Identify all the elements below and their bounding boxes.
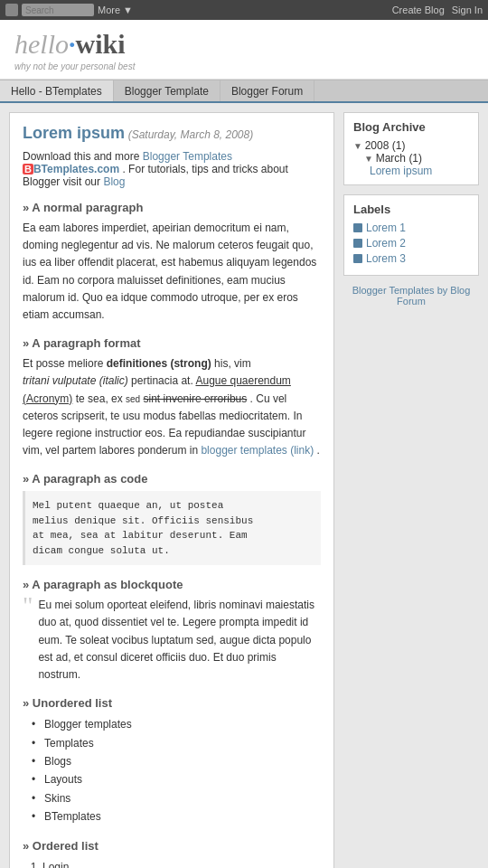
logo-hello: hello (14, 29, 69, 60)
archive-month: ▼ March (1) (353, 152, 469, 165)
format-end: . (317, 444, 320, 457)
nav-hello-btemplates[interactable]: Hello - BTemplates (0, 80, 114, 101)
top-bar-right: Create Blog Sign In (392, 5, 483, 15)
blockquote-mark: " (23, 593, 33, 684)
archive-post[interactable]: Lorem ipsum (353, 165, 469, 177)
archive-month-triangle: ▼ (364, 154, 376, 164)
format-prefix: Et posse meliore (23, 357, 103, 370)
list-item: Login (42, 858, 321, 868)
section-blockquote-heading: A paragraph as blockquote (23, 578, 321, 591)
logo-area: hello · wiki why not be your personal be… (14, 29, 474, 71)
blog-link[interactable]: Blog (103, 175, 125, 188)
label-item-1[interactable]: Lorem 2 (353, 237, 469, 250)
code-block: Mel putent quaeque an, ut postea melius … (23, 491, 321, 565)
labels-title: Labels (353, 203, 469, 216)
top-bar-left: More ▼ (5, 4, 133, 16)
italic-suffix-text: pertinacia at. (131, 374, 193, 387)
blogger-templates-footer-link[interactable]: Blogger Templates (352, 285, 435, 296)
logo-subtitle: why not be your personal best (14, 61, 135, 71)
label-icon-0 (353, 223, 362, 232)
archive-year-triangle: ▼ (353, 141, 365, 151)
archive-month-label[interactable]: March (376, 152, 406, 165)
underline-suffix: te sea, ex (76, 392, 123, 405)
logo-wiki: wiki (76, 29, 126, 60)
italic-suffix: pertinacia at. (131, 374, 193, 387)
sign-in-link[interactable]: Sign In (452, 5, 483, 15)
by-text: by (437, 285, 448, 296)
blogger-icon (5, 4, 18, 16)
blogger-templates-inline-link[interactable]: blogger templates (link) (201, 444, 314, 457)
label-text-2: Lorem 3 (366, 252, 406, 265)
list-item: Layouts (32, 770, 321, 788)
post-meta: Lorem ipsum (Saturday, March 8, 2008) (23, 124, 321, 143)
site-header: hello · wiki why not be your personal be… (0, 20, 488, 80)
strike-text: sint invenire erroribus (144, 392, 248, 405)
post-download: Download this and more Blogger Templates… (23, 150, 321, 188)
post-content: Lorem ipsum (Saturday, March 8, 2008) Do… (9, 112, 334, 868)
navbar: Hello - BTemplates Blogger Template Blog… (0, 80, 488, 103)
sidebar: Blog Archive ▼ 2008 (1) ▼ March (1) Lore… (343, 112, 479, 868)
btemplates-name: BTemplates (33, 163, 94, 175)
download-prefix: Download this and more (23, 150, 139, 163)
btemplates-com: .com (94, 163, 119, 175)
section-normal-heading: A normal paragraph (23, 201, 321, 214)
label-item-0[interactable]: Lorem 1 (353, 222, 469, 234)
archive-year: ▼ 2008 (1) (353, 139, 469, 152)
section-code-heading: A paragraph as code (23, 472, 321, 486)
search-input[interactable] (22, 4, 94, 16)
blogger-templates-link[interactable]: Blogger Templates (143, 150, 232, 163)
label-icon-2 (353, 254, 362, 263)
list-item: Blogs (32, 752, 321, 770)
archive-year-label[interactable]: 2008 (365, 139, 389, 152)
format-bold: definitiones (strong) (107, 357, 211, 370)
ordered-item-0: Login (42, 861, 69, 868)
nav-blogger-forum[interactable]: Blogger Forum (221, 80, 314, 101)
format-paragraph: Et posse meliore definitiones (strong) h… (23, 355, 321, 459)
create-blog-link[interactable]: Create Blog (392, 5, 445, 15)
list-item: Blogger templates (32, 715, 321, 733)
format-strikethrough: sint invenire erroribus (144, 392, 248, 405)
labels-section: Labels Lorem 1 Lorem 2 Lorem 3 (343, 194, 479, 276)
list-item: BTemplates (32, 807, 321, 826)
logo: hello · wiki why not be your personal be… (14, 29, 135, 71)
section-ordered-heading: Ordered list (23, 839, 321, 853)
section-format-heading: A paragraph format (23, 336, 321, 350)
by-label: by (437, 285, 451, 296)
post-date: (Saturday, March 8, 2008) (128, 128, 254, 141)
label-text-1: Lorem 2 (366, 237, 406, 250)
blog-archive-section: Blog Archive ▼ 2008 (1) ▼ March (1) Lore… (343, 112, 479, 185)
label-icon-1 (353, 239, 362, 248)
blogger-templates-footer: Blogger Templates by Blog Forum (343, 285, 479, 307)
list-item: Templates (32, 734, 321, 752)
top-bar: More ▼ Create Blog Sign In (0, 0, 488, 20)
btemplates-logo: BBTemplates.com (23, 163, 122, 175)
label-item-2[interactable]: Lorem 3 (353, 252, 469, 265)
format-italic: tritani vulputate (italic) (23, 374, 128, 387)
logo-dot: · (69, 29, 76, 60)
section-unordered-heading: Unordered list (23, 696, 321, 710)
blockquote-container: " Eu mei solum oporteat eleifend, libris… (23, 597, 321, 684)
blockquote-text: Eu mei solum oporteat eleifend, libris n… (38, 597, 321, 684)
small-text: sed (126, 394, 140, 404)
archive-year-count: (1) (392, 139, 406, 152)
main-layout: Lorem ipsum (Saturday, March 8, 2008) Do… (0, 103, 488, 868)
unordered-list: Blogger templates Templates Blogs Layout… (23, 715, 321, 826)
normal-paragraph: Ea eam labores imperdiet, apeirian democ… (23, 220, 321, 324)
label-text-0: Lorem 1 (366, 222, 406, 234)
archive-month-count: (1) (408, 152, 422, 165)
ordered-list: Login Visit BTemplates Download template (23, 858, 321, 868)
nav-blogger-template[interactable]: Blogger Template (114, 80, 221, 101)
list-item: Skins (32, 789, 321, 807)
archive-title: Blog Archive (353, 120, 469, 134)
more-menu[interactable]: More ▼ (98, 5, 133, 15)
btemplates-b: B (23, 164, 33, 175)
format-small: sed (126, 394, 140, 404)
underline-suffix-text: te sea, ex (76, 392, 123, 405)
post-title: Lorem ipsum (23, 124, 125, 142)
bold-suffix-text: his, vim (214, 357, 251, 370)
